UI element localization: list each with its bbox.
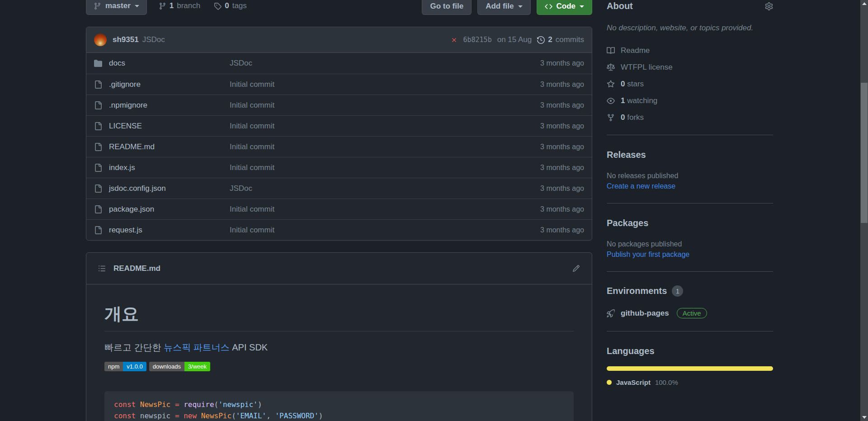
commit-date: on 15 Aug	[497, 35, 532, 44]
branch-selector-button[interactable]: master	[86, 0, 147, 15]
packages-empty-text: No packages published	[607, 240, 773, 248]
branches-link[interactable]: 1 branch	[159, 1, 200, 10]
readme-header: README.md	[86, 253, 592, 284]
commit-message-cell[interactable]: Initial commit	[230, 163, 507, 172]
file-name-link[interactable]: request.js	[109, 226, 142, 235]
file-browser: sh9351 JSDoc 6b8215b on 15 Aug 2 commits…	[86, 27, 592, 241]
readme-heading: 개요	[104, 303, 574, 331]
scrollbar-up-arrow-icon[interactable]	[860, 0, 868, 7]
intro-link[interactable]: 뉴스픽 파트너스	[164, 342, 230, 352]
stars-link[interactable]: 0 stars	[607, 80, 773, 89]
watching-link[interactable]: 1 watching	[607, 96, 773, 105]
tags-link[interactable]: 0 tags	[214, 1, 247, 10]
environments-counter: 1	[672, 285, 683, 297]
commit-message-cell[interactable]: Initial commit	[230, 101, 507, 110]
x-failed-status-icon[interactable]	[451, 37, 458, 43]
language-bar-javascript[interactable]	[607, 366, 773, 371]
readme-badges: npmv1.0.0 downloads3/week	[104, 362, 574, 371]
tag-icon	[214, 2, 222, 10]
commit-message-cell[interactable]: Initial commit	[230, 142, 507, 151]
commit-age-cell[interactable]: 3 months ago	[507, 143, 584, 151]
table-row: README.md Initial commit 3 months ago	[86, 136, 592, 157]
file-icon	[94, 184, 102, 193]
publish-package-link[interactable]: Publish your first package	[607, 251, 773, 259]
add-file-button[interactable]: Add file	[477, 0, 530, 15]
caret-down-icon	[135, 5, 139, 7]
code-label: Code	[557, 2, 576, 11]
main-column: master 1 branch 0 tags Go to file	[86, 0, 592, 421]
table-row: jsdoc.config.json JSDoc 3 months ago	[86, 178, 592, 199]
environment-github-pages-link[interactable]: github-pages Active	[607, 308, 773, 318]
scrollbar[interactable]	[860, 0, 868, 421]
file-name-link[interactable]: jsdoc.config.json	[109, 184, 166, 193]
commit-message-cell[interactable]: Initial commit	[230, 205, 507, 214]
packages-title[interactable]: Packages	[607, 218, 773, 228]
scrollbar-thumb[interactable]	[861, 83, 868, 223]
branch-name: master	[105, 1, 131, 10]
divider	[607, 135, 773, 135]
commits-label: commits	[556, 35, 584, 44]
code-line: const NewsPic = require('newspic')	[114, 399, 564, 410]
readme-file-name[interactable]: README.md	[113, 264, 160, 273]
create-release-link[interactable]: Create a new release	[607, 182, 773, 190]
file-name-link[interactable]: LICENSE	[109, 122, 142, 131]
code-icon	[545, 3, 552, 10]
commit-message-cell[interactable]: JSDoc	[230, 59, 507, 68]
npm-version-badge[interactable]: npmv1.0.0	[104, 362, 146, 371]
rocket-icon	[607, 309, 615, 317]
commit-age-cell[interactable]: 3 months ago	[507, 205, 584, 213]
commit-age-cell[interactable]: 3 months ago	[507, 59, 584, 67]
file-name-link[interactable]: package.json	[109, 205, 154, 214]
file-name-link[interactable]: .gitignore	[109, 80, 141, 89]
language-item-javascript[interactable]: JavaScript 100.0%	[607, 378, 773, 386]
license-link[interactable]: WTFPL license	[607, 63, 773, 72]
commit-age-cell[interactable]: 3 months ago	[507, 184, 584, 193]
file-icon	[94, 80, 102, 89]
code-button[interactable]: Code	[537, 0, 593, 15]
commit-age-cell[interactable]: 3 months ago	[507, 164, 584, 172]
avatar[interactable]	[94, 33, 107, 46]
badge-value: 3/week	[184, 362, 210, 371]
file-name-link[interactable]: README.md	[109, 142, 155, 151]
commit-message-cell[interactable]: Initial commit	[230, 80, 507, 89]
file-icon	[94, 122, 102, 130]
about-list: Readme WTFPL license 0 stars 1 watching …	[607, 46, 773, 122]
divider	[607, 271, 773, 272]
file-name-link[interactable]: index.js	[109, 163, 135, 172]
commit-age-cell[interactable]: 3 months ago	[507, 122, 584, 130]
readme-link[interactable]: Readme	[607, 46, 773, 55]
language-name: JavaScript	[616, 378, 651, 386]
about-description: No description, website, or topics provi…	[607, 24, 773, 33]
file-icon	[94, 205, 102, 213]
gear-icon[interactable]	[765, 2, 773, 10]
go-to-file-button[interactable]: Go to file	[422, 0, 472, 15]
list-unordered-icon[interactable]	[98, 265, 106, 272]
releases-title[interactable]: Releases	[607, 150, 773, 160]
file-icon	[94, 143, 102, 151]
commit-meta: 6b8215b on 15 Aug 2 commits	[451, 35, 584, 44]
commit-message-cell[interactable]: Initial commit	[230, 122, 507, 131]
scrollbar-down-arrow-icon[interactable]	[860, 414, 868, 421]
file-name-link[interactable]: docs	[109, 59, 125, 68]
commit-author-link[interactable]: sh9351	[113, 35, 139, 44]
commit-message-cell[interactable]: Initial commit	[230, 226, 507, 235]
commit-message-link[interactable]: JSDoc	[142, 35, 165, 44]
commit-sha-link[interactable]: 6b8215b	[463, 36, 491, 44]
about-item-label: stars	[627, 80, 644, 88]
code-line: const newspic = new NewsPic('EMAIL', 'PA…	[114, 410, 564, 421]
npm-downloads-badge[interactable]: downloads3/week	[149, 362, 210, 371]
file-name-link[interactable]: .npmignore	[109, 101, 147, 110]
commit-message-cell[interactable]: JSDoc	[230, 184, 507, 193]
commit-age-cell[interactable]: 3 months ago	[507, 101, 584, 109]
commit-age-cell[interactable]: 3 months ago	[507, 226, 584, 234]
environments-title[interactable]: Environments	[607, 286, 667, 296]
file-icon	[94, 164, 102, 172]
eye-icon	[607, 97, 615, 105]
pencil-icon[interactable]	[572, 265, 580, 272]
commits-history-link[interactable]: 2 commits	[537, 35, 584, 44]
about-item-label: forks	[627, 113, 644, 122]
commit-age-cell[interactable]: 3 months ago	[507, 80, 584, 89]
forks-link[interactable]: 0 forks	[607, 113, 773, 122]
table-row: LICENSE Initial commit 3 months ago	[86, 115, 592, 136]
folder-icon	[94, 59, 102, 67]
